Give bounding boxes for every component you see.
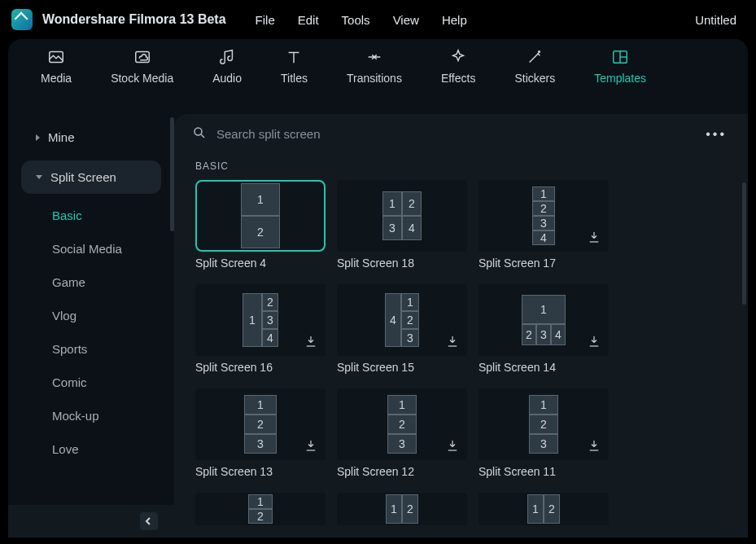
download-icon[interactable]	[304, 438, 318, 453]
main-menu: File Edit Tools View Help	[256, 13, 467, 27]
template-thumb: 123	[195, 388, 326, 460]
tab-templates[interactable]: Templates	[594, 47, 646, 114]
download-icon[interactable]	[445, 334, 460, 349]
tab-label: Media	[41, 72, 72, 85]
app-logo-icon	[11, 9, 33, 30]
tab-audio[interactable]: Audio	[212, 47, 242, 114]
tab-label: Audio	[212, 72, 242, 85]
download-icon[interactable]	[445, 438, 460, 453]
tab-effects[interactable]: Effects	[441, 47, 476, 114]
tab-label: Stock Media	[111, 72, 173, 85]
menu-edit[interactable]: Edit	[298, 13, 319, 27]
template-label: Split Screen 12	[337, 465, 467, 478]
templates-grid: 12 Split Screen 4 1234 Split Screen 18	[174, 180, 748, 533]
template-label: Split Screen 4	[195, 257, 326, 270]
tab-titles[interactable]: Titles	[281, 47, 308, 114]
cloud-icon	[132, 47, 153, 67]
tab-label: Titles	[281, 72, 308, 85]
svg-line-7	[201, 134, 204, 138]
music-icon	[216, 47, 238, 67]
download-icon[interactable]	[304, 334, 318, 349]
tab-stock-media[interactable]: Stock Media	[111, 47, 173, 114]
menu-help[interactable]: Help	[442, 13, 467, 27]
tab-media[interactable]: Media	[41, 47, 72, 114]
titlebar: Wondershare Filmora 13 Beta File Edit To…	[0, 0, 756, 39]
sidebar-item-comic[interactable]: Comic	[8, 366, 174, 399]
template-thumb: 1 234	[195, 284, 326, 356]
template-thumb: 123	[479, 388, 609, 460]
sidebar: Mine Split Screen Basic Social Media Gam…	[8, 114, 174, 537]
template-thumb: 1234	[479, 180, 609, 252]
tab-label: Transitions	[347, 72, 402, 85]
template-card-ss11[interactable]: 123 Split Screen 11	[479, 388, 609, 478]
template-thumb: 14 23	[337, 284, 467, 356]
template-thumb: 12	[479, 493, 609, 525]
menu-tools[interactable]: Tools	[342, 13, 370, 27]
sparkle-icon	[448, 47, 469, 67]
media-icon	[46, 47, 67, 67]
svg-point-2	[539, 51, 540, 53]
template-card-ss12[interactable]: 123 Split Screen 12	[337, 388, 467, 478]
sidebar-item-basic[interactable]: Basic	[8, 199, 174, 232]
caret-down-icon	[36, 175, 42, 179]
more-options-button[interactable]: •••	[706, 127, 727, 142]
search-input[interactable]	[216, 127, 696, 141]
sidebar-item-game[interactable]: Game	[8, 265, 174, 299]
template-card-partial-3[interactable]: 12	[479, 493, 609, 525]
template-label: Split Screen 13	[195, 465, 326, 478]
template-card-partial-2[interactable]: 12	[337, 493, 467, 525]
template-thumb: 12	[195, 493, 326, 525]
text-icon	[283, 47, 304, 67]
tab-label: Stickers	[514, 72, 555, 85]
tab-stickers[interactable]: Stickers	[514, 47, 555, 114]
project-name[interactable]: Untitled	[695, 13, 736, 27]
download-icon[interactable]	[587, 230, 601, 244]
template-label: Split Screen 16	[195, 361, 326, 374]
template-card-ss4[interactable]: 12 Split Screen 4	[195, 180, 326, 270]
wand-icon	[524, 47, 545, 67]
tab-label: Effects	[441, 72, 476, 85]
template-card-ss18[interactable]: 1234 Split Screen 18	[337, 180, 467, 270]
template-card-ss15[interactable]: 14 23 Split Screen 15	[337, 284, 467, 374]
body: Mine Split Screen Basic Social Media Gam…	[8, 114, 748, 537]
template-label: Split Screen 15	[337, 361, 467, 374]
search-row: •••	[174, 114, 748, 151]
main-scrollbar[interactable]	[742, 182, 746, 305]
sidebar-item-social-media[interactable]: Social Media	[8, 232, 174, 265]
caret-right-icon	[36, 134, 40, 141]
template-thumb: 123	[337, 388, 467, 460]
templates-icon	[610, 47, 631, 67]
template-card-partial-1[interactable]: 12	[195, 493, 326, 525]
tab-label: Templates	[594, 72, 646, 85]
template-card-ss16[interactable]: 1 234 Split Screen 16	[195, 284, 326, 374]
sidebar-item-mock-up[interactable]: Mock-up	[8, 399, 174, 432]
chevron-left-icon	[145, 517, 153, 525]
menu-view[interactable]: View	[393, 13, 419, 27]
sidebar-item-sports[interactable]: Sports	[8, 332, 174, 366]
search-icon	[192, 125, 207, 143]
collapse-sidebar-button[interactable]	[140, 512, 158, 530]
template-thumb: 1 234	[479, 284, 609, 356]
transitions-icon	[364, 47, 385, 67]
app-title: Wondershare Filmora 13 Beta	[42, 12, 226, 27]
tab-transitions[interactable]: Transitions	[347, 47, 402, 114]
template-card-ss14[interactable]: 1 234 Split Screen 14	[479, 284, 609, 374]
download-icon[interactable]	[587, 334, 601, 349]
template-card-ss17[interactable]: 1234 Split Screen 17	[479, 180, 609, 270]
sidebar-section-split-screen[interactable]: Split Screen	[21, 160, 161, 194]
sidebar-subnav: Basic Social Media Game Vlog Sports Comi…	[8, 199, 174, 505]
sidebar-section-label: Mine	[48, 130, 75, 144]
sidebar-item-vlog[interactable]: Vlog	[8, 299, 174, 332]
svg-point-6	[194, 128, 202, 135]
template-card-ss13[interactable]: 123 Split Screen 13	[195, 388, 326, 478]
download-icon[interactable]	[587, 438, 601, 453]
menu-file[interactable]: File	[256, 13, 275, 27]
sidebar-section-mine[interactable]: Mine	[21, 121, 161, 154]
template-thumb: 12	[337, 493, 467, 525]
sidebar-item-love[interactable]: Love	[8, 432, 174, 466]
template-label: Split Screen 17	[479, 257, 609, 270]
template-label: Split Screen 14	[479, 361, 609, 374]
sidebar-footer	[8, 505, 174, 537]
section-title: BASIC	[174, 151, 748, 180]
sidebar-section-label: Split Screen	[50, 170, 116, 184]
